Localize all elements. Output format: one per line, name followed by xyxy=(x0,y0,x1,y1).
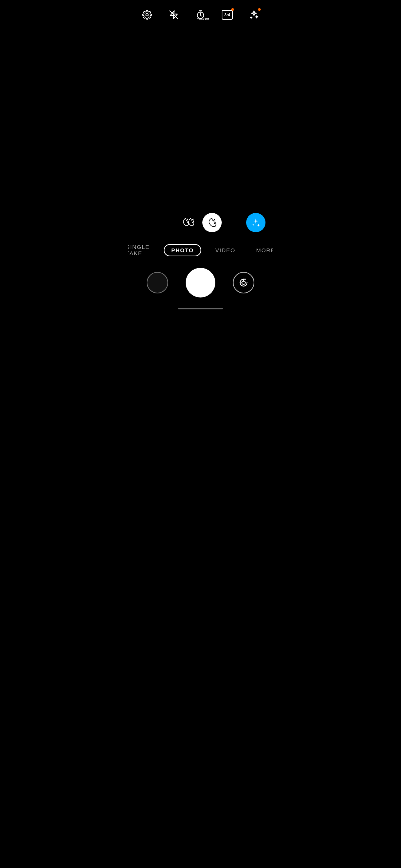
flip-camera-icon xyxy=(238,277,249,288)
timer-button[interactable]: Timer Off xyxy=(193,7,208,22)
shutter-row xyxy=(128,264,273,305)
flash-button[interactable] xyxy=(166,7,181,22)
lens-outline-button[interactable] xyxy=(180,214,197,231)
dual-flame-icon xyxy=(180,217,196,228)
svg-text:3:4: 3:4 xyxy=(224,13,231,17)
mode-selector: SINGLE TAKE PHOTO VIDEO MORE xyxy=(128,238,273,264)
shutter-button[interactable] xyxy=(186,268,215,297)
ai-sparkle-icon xyxy=(250,217,261,228)
timer-off-label: Timer Off xyxy=(197,17,209,21)
ratio-icon: 3:4 xyxy=(222,10,233,20)
ai-scene-button[interactable] xyxy=(246,213,265,232)
top-toolbar: Timer Off 3:4 xyxy=(128,0,273,26)
ratio-dot xyxy=(231,8,234,11)
gallery-thumbnail[interactable] xyxy=(147,272,168,293)
svg-point-0 xyxy=(146,14,149,16)
sparkle-icon xyxy=(249,10,259,20)
mode-photo[interactable]: PHOTO xyxy=(164,244,201,256)
mode-video[interactable]: VIDEO xyxy=(209,245,242,256)
home-indicator xyxy=(178,308,223,309)
lens-circle-button[interactable] xyxy=(202,213,222,232)
mode-single-take[interactable]: SINGLE TAKE xyxy=(128,241,156,259)
flip-camera-button[interactable] xyxy=(233,272,254,293)
scene-optimizer-button[interactable] xyxy=(247,7,261,22)
camera-screen: Timer Off 3:4 xyxy=(128,0,273,313)
flash-off-icon xyxy=(169,10,179,20)
bottom-area: SINGLE TAKE PHOTO VIDEO MORE xyxy=(128,209,273,313)
lens-icons-row xyxy=(128,209,273,238)
ratio-button[interactable]: 3:4 xyxy=(220,7,235,22)
settings-button[interactable] xyxy=(140,7,154,22)
flame-white-icon xyxy=(207,217,217,228)
gear-icon xyxy=(142,10,152,20)
mode-more[interactable]: MORE xyxy=(250,245,273,256)
scene-dot xyxy=(258,8,261,11)
